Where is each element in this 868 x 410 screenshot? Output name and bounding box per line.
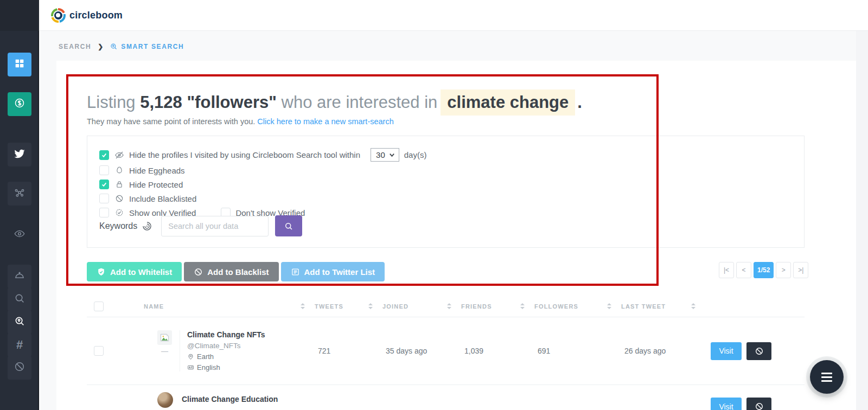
breadcrumb: SEARCH ❯ SMART SEARCH	[59, 42, 184, 50]
sidebar-item-dashboard[interactable]	[8, 53, 31, 76]
title-period: .	[577, 93, 582, 112]
broken-image-icon	[159, 332, 170, 343]
add-to-blacklist-label: Add to Blacklist	[207, 267, 269, 277]
cell-last-tweet: 26 days ago	[621, 347, 705, 355]
sort-icon[interactable]	[691, 303, 695, 309]
add-to-twitter-list-label: Add to Twitter List	[304, 267, 375, 277]
add-to-blacklist-button[interactable]: Add to Blacklist	[184, 262, 278, 281]
sidebar-item-visited-profiles[interactable]	[8, 223, 31, 247]
page-title: Listing 5,128 "followers" who are intere…	[87, 89, 582, 116]
col-header-joined: JOINED	[382, 303, 409, 310]
cell-friends: 1,039	[461, 347, 534, 355]
sidebar	[0, 0, 39, 410]
sidebar-item-search[interactable]	[8, 287, 31, 311]
language-icon	[187, 364, 194, 371]
ban-icon	[194, 267, 203, 277]
keywords-search-button[interactable]	[275, 215, 302, 236]
visit-button[interactable]: Visit	[711, 342, 742, 360]
add-to-whitelist-button[interactable]: Add to Whitelist	[87, 262, 182, 281]
ban-icon	[14, 361, 25, 375]
sidebar-item-connections[interactable]	[8, 182, 31, 206]
add-to-whitelist-label: Add to Whitelist	[110, 267, 172, 277]
pagination-first-button[interactable]: |<	[719, 262, 734, 278]
check-icon	[101, 152, 107, 158]
sort-icon[interactable]	[368, 303, 373, 309]
checkbox-hide-visited[interactable]	[99, 150, 109, 160]
col-header-friends: FRIENDS	[461, 303, 492, 310]
days-select[interactable]: 30	[371, 148, 399, 162]
lock-icon	[114, 180, 124, 189]
page-subtitle: They may have same point of interests wi…	[87, 117, 394, 126]
sidebar-item-hashtag[interactable]	[8, 333, 31, 357]
cloche-bell-icon	[14, 270, 25, 284]
hamburger-icon	[821, 373, 832, 374]
location-pin-icon	[187, 353, 194, 360]
pagination-next-button[interactable]: >	[776, 262, 791, 278]
brand-logo[interactable]: circleboom	[51, 8, 123, 23]
sort-icon[interactable]	[520, 303, 525, 309]
dollar-badge-icon	[14, 97, 25, 111]
sidebar-item-smart-search[interactable]	[8, 310, 31, 334]
table-row: Climate Change Education Visit	[87, 385, 805, 410]
dashboard-grid-icon	[14, 57, 25, 72]
filter-label-eggheads: Hide Eggheads	[129, 166, 185, 175]
row-checkbox[interactable]	[94, 346, 104, 356]
avatar[interactable]	[157, 392, 173, 408]
account-name[interactable]: Climate Change NFTs	[187, 330, 265, 339]
block-button[interactable]	[746, 342, 771, 360]
sort-icon[interactable]	[447, 303, 451, 309]
sidebar-item-twitter[interactable]	[8, 143, 31, 166]
pagination: |< < 1/52 > >|	[719, 262, 808, 278]
right-gutter	[856, 31, 868, 410]
breadcrumb-section[interactable]: SEARCH	[59, 43, 91, 50]
checkbox-hide-eggheads[interactable]	[99, 165, 109, 175]
sort-icon[interactable]	[607, 303, 611, 309]
brand-name: circleboom	[69, 10, 123, 21]
col-header-name: NAME	[144, 303, 164, 310]
egg-icon	[114, 165, 124, 175]
checkbox-hide-protected[interactable]	[99, 180, 109, 189]
account-handle[interactable]: @Climate_NFTs	[187, 342, 265, 350]
floating-menu-button[interactable]	[810, 360, 844, 394]
smart-search-icon	[14, 315, 25, 329]
title-count: 5,128 "followers"	[140, 93, 277, 112]
smart-search-icon	[110, 42, 118, 50]
filter-label-visited: Hide the profiles I visited by using Cir…	[129, 150, 360, 159]
title-highlight: climate change	[441, 89, 575, 116]
filter-panel: Hide the profiles I visited by using Cir…	[87, 136, 805, 248]
add-to-twitter-list-button[interactable]: Add to Twitter List	[281, 262, 385, 281]
sort-icon[interactable]	[301, 303, 305, 309]
sidebar-item-blacklist[interactable]	[8, 356, 31, 380]
cell-joined: 35 days ago	[382, 347, 461, 355]
select-all-checkbox[interactable]	[94, 302, 104, 311]
title-middle: who are interested in	[277, 93, 437, 112]
filter-row-eggheads: Hide Eggheads	[99, 164, 804, 176]
new-smart-search-link[interactable]: Click here to make a new smart-search	[257, 117, 393, 126]
filter-row-blacklisted: Include Blacklisted	[99, 193, 804, 204]
pagination-prev-button[interactable]: <	[736, 262, 751, 278]
list-icon	[291, 267, 300, 277]
ban-icon	[755, 402, 764, 410]
breadcrumb-current[interactable]: SMART SEARCH	[110, 42, 184, 50]
pagination-current[interactable]: 1/52	[754, 262, 774, 278]
col-header-last-tweet: LAST TWEET	[621, 303, 666, 310]
account-location-label: Earth	[197, 353, 214, 361]
filter-row-protected: Hide Protected	[99, 178, 804, 190]
sidebar-item-pricing[interactable]	[8, 92, 31, 116]
account-name[interactable]: Climate Change Education	[182, 395, 278, 403]
keywords-label: Keywords	[99, 221, 137, 231]
avatar[interactable]	[157, 330, 172, 345]
ban-icon	[114, 194, 124, 203]
account-location: Earth	[187, 353, 265, 361]
shield-check-icon	[97, 267, 106, 277]
network-nodes-icon	[14, 187, 25, 201]
sidebar-item-concierge[interactable]	[8, 265, 31, 289]
filter-label-blacklisted: Include Blacklisted	[129, 194, 196, 203]
pagination-last-button[interactable]: >|	[793, 262, 808, 278]
checkbox-include-blacklisted[interactable]	[99, 194, 109, 203]
keywords-search-input[interactable]	[161, 216, 269, 236]
visit-button[interactable]: Visit	[711, 398, 742, 410]
table-row: — Climate Change NFTs @Climate_NFTs Eart…	[87, 317, 805, 385]
breadcrumb-current-label: SMART SEARCH	[121, 43, 184, 50]
block-button[interactable]	[746, 398, 771, 410]
